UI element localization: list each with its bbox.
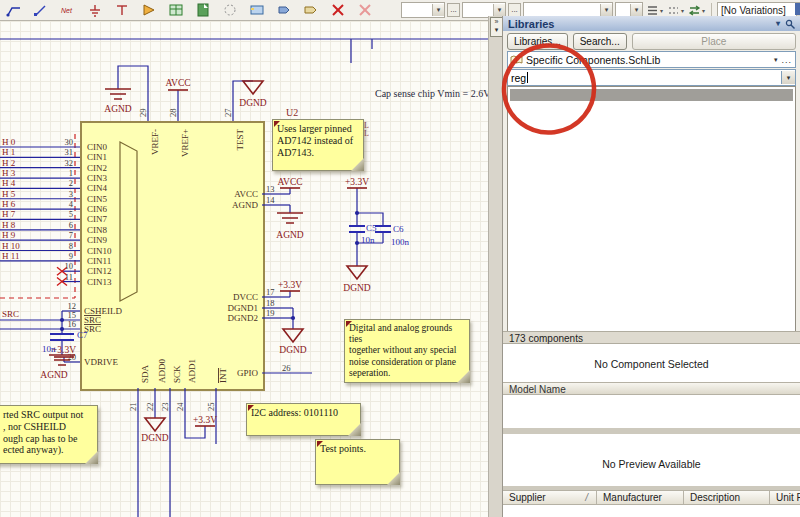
power-label: AVCC bbox=[165, 78, 190, 88]
column-header-supplier[interactable]: Supplier/ bbox=[503, 491, 597, 504]
no-component-area: No Component Selected bbox=[503, 344, 800, 382]
toolbar-edge-icon[interactable] bbox=[795, 3, 800, 15]
pin-number: 22 bbox=[145, 403, 155, 412]
model-name-header[interactable]: Model Name bbox=[503, 382, 800, 395]
power-label: +3.3V bbox=[278, 280, 302, 290]
pin-number: 32 bbox=[65, 158, 74, 168]
sheet-table-icon[interactable] bbox=[168, 2, 184, 18]
note-text: rted SRC output not, nor CSHEILDough cap… bbox=[0, 406, 97, 456]
pin-number: 27 bbox=[223, 109, 233, 118]
library-more-button[interactable]: ... bbox=[781, 55, 795, 65]
no-erc-mark bbox=[57, 278, 67, 286]
component-body-u2[interactable] bbox=[80, 121, 265, 391]
chevron-down-icon: ▾ bbox=[702, 7, 705, 14]
pin-number: 30 bbox=[65, 137, 74, 147]
port-icon[interactable] bbox=[303, 2, 319, 18]
no-erc-icon[interactable] bbox=[330, 2, 346, 18]
lines-menu-button[interactable]: ▾ bbox=[645, 3, 664, 17]
chevron-down-icon: ▾ bbox=[432, 4, 444, 16]
sheet-file-icon[interactable] bbox=[195, 2, 211, 18]
pin-number: 24 bbox=[175, 402, 185, 411]
net-label: H 4 bbox=[2, 178, 16, 188]
vcc-power-port-icon[interactable] bbox=[114, 2, 130, 18]
browse-button-2[interactable]: ... bbox=[508, 3, 521, 17]
variations-value: [No Variations] bbox=[718, 5, 786, 16]
pin-number: 16 bbox=[68, 319, 77, 329]
schematic-note[interactable]: Uses larger pinnedAD7142 instead ofAD714… bbox=[272, 119, 364, 171]
column-header-manufacturer[interactable]: Manufacturer bbox=[597, 491, 684, 504]
column-header-description[interactable]: Description bbox=[684, 491, 770, 504]
chevron-down-icon: ▾ bbox=[600, 4, 612, 16]
chevron-down-icon: ▾ bbox=[681, 7, 684, 14]
pin-number: 3 bbox=[69, 189, 73, 199]
power-label: AVCC bbox=[277, 177, 302, 187]
sheet-symbol-icon[interactable] bbox=[249, 2, 265, 18]
column-header-unit-price[interactable]: Unit Price bbox=[770, 491, 800, 504]
model-list[interactable] bbox=[503, 395, 800, 428]
panel-buttons: Libraries... Search... Place bbox=[507, 33, 796, 51]
schematic-note[interactable]: Digital and analog grounds tiestogether … bbox=[344, 319, 470, 383]
component-list[interactable] bbox=[507, 86, 796, 333]
note-fold-corner bbox=[348, 423, 361, 436]
net-label-icon[interactable]: Net bbox=[60, 2, 76, 18]
no-preview-text: No Preview Available bbox=[602, 458, 700, 470]
search-button[interactable]: Search... bbox=[573, 33, 627, 50]
shape-icon[interactable] bbox=[222, 2, 238, 18]
schematic-note[interactable]: rted SRC output not, nor CSHEILDough cap… bbox=[0, 405, 98, 464]
place-part-icon[interactable] bbox=[141, 2, 157, 18]
place-line-icon[interactable] bbox=[33, 2, 49, 18]
supplier-table-body[interactable] bbox=[503, 505, 800, 517]
schematic-note[interactable]: I2C address: 0101110 bbox=[246, 403, 361, 436]
note-fold-corner bbox=[387, 472, 400, 485]
power-label: DGND bbox=[279, 345, 307, 355]
pin-number: 15 bbox=[68, 310, 77, 320]
svg-text:Net: Net bbox=[61, 7, 73, 14]
junction-dot bbox=[291, 316, 295, 320]
selected-row[interactable] bbox=[510, 89, 793, 101]
chevron-down-icon: ▾ bbox=[493, 4, 505, 16]
pin-icon[interactable] bbox=[785, 19, 795, 29]
sort-indicator: / bbox=[585, 492, 588, 504]
dashed-lines-menu-button[interactable]: ▾ bbox=[666, 3, 685, 17]
chevron-down-icon[interactable]: ▾ bbox=[770, 56, 782, 64]
toolbar-dropdown-1[interactable]: ▾ bbox=[401, 2, 445, 18]
sheet-entry-icon[interactable] bbox=[276, 2, 292, 18]
chevron-down-icon[interactable]: ▾ bbox=[781, 71, 795, 84]
net-label: H 11 bbox=[2, 251, 19, 261]
power-label: AGND bbox=[40, 370, 68, 380]
gnd-power-port-icon[interactable] bbox=[87, 2, 103, 18]
earth-ground-symbol bbox=[49, 355, 75, 365]
note-collapse-triangle bbox=[274, 121, 280, 127]
collapse-chevrons: » bbox=[495, 18, 499, 25]
panel-menu-icon[interactable]: ▾ bbox=[776, 19, 780, 28]
earth-ground-symbol bbox=[277, 213, 303, 223]
libraries-button[interactable]: Libraries... bbox=[507, 33, 568, 50]
power-label: DGND bbox=[239, 98, 267, 108]
pin-number: 20 bbox=[68, 352, 77, 362]
no-erc-alt-icon[interactable] bbox=[357, 2, 373, 18]
schematic-note[interactable]: Test points. bbox=[315, 439, 400, 485]
pin-number: 31 bbox=[65, 147, 74, 157]
swap-arrows-menu-button[interactable]: ▾ bbox=[687, 3, 706, 17]
pin-number: 19 bbox=[266, 308, 275, 318]
power-label: AGND bbox=[104, 104, 132, 114]
pin-number: 18 bbox=[266, 298, 275, 308]
library-selector[interactable]: Specific Components.SchLib ▾ ... bbox=[507, 51, 796, 68]
ground-triangle-symbol bbox=[283, 329, 303, 342]
chip-designator: U2 bbox=[286, 107, 298, 118]
dashed-boundary bbox=[0, 134, 75, 298]
filter-combobox[interactable]: reg ▾ bbox=[507, 69, 796, 86]
net-label: H 5 bbox=[2, 189, 16, 199]
net-label: H 10 bbox=[2, 241, 20, 251]
obscured-text: L bbox=[364, 121, 369, 130]
browse-button-1[interactable]: ... bbox=[447, 3, 460, 17]
no-erc-mark bbox=[57, 267, 67, 275]
component-designator: C5 bbox=[366, 223, 377, 233]
library-book-icon bbox=[510, 55, 523, 65]
pin-number: 11 bbox=[65, 272, 73, 282]
schematic-canvas[interactable]: H 030CIN0H 131CIN1H 232CIN2H 31CIN3H 42C… bbox=[0, 20, 488, 517]
wire-tool-icon[interactable] bbox=[6, 2, 22, 18]
net-label: H 0 bbox=[2, 137, 16, 147]
place-button[interactable]: Place bbox=[632, 33, 796, 50]
note-text: Uses larger pinnedAD7142 instead ofAD714… bbox=[273, 120, 363, 158]
